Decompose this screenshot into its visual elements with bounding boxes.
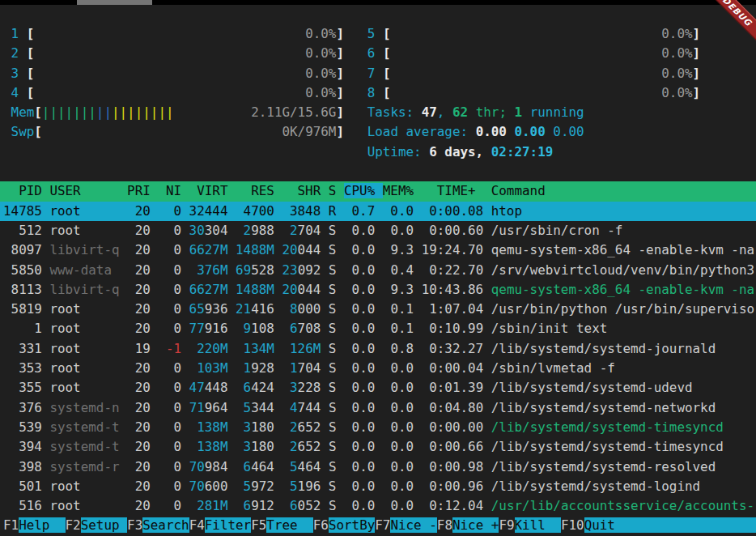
cpu3-value: 0.0% [34,66,336,81]
quit-button[interactable]: Quit [584,517,756,533]
tasks-label: Tasks: [367,104,422,120]
mem-cache-bars: |||||||| [112,104,174,120]
swap-label: Swp [11,124,35,139]
help-button[interactable]: Help [19,517,65,533]
mem-label: Mem [11,104,35,120]
cpu7-value: 0.0% [390,66,692,81]
cpu4-value: 0.0% [34,85,336,100]
process-row-516[interactable]: 516 root 20 0 281M 6912 6052 S 0.0 0.0 0… [0,496,756,516]
uptime-days: 6 days, [429,144,491,160]
process-row-5850[interactable]: 5850 www-data 20 0 376M 69528 23092 S 0.… [0,261,756,280]
filter-button[interactable]: Filter [205,517,251,533]
uptime-label: Uptime: [367,144,430,160]
cpu-meters-1-5: 1 [ 0.0%] 5 [ 0.0%] [0,24,756,44]
f6-key[interactable]: F6 [313,517,329,533]
process-row-selected-14785[interactable]: 14785 root 20 0 32444 4700 3848 R 0.7 0.… [0,202,756,221]
cpu5-label: 5 [367,26,376,41]
column-headers-left[interactable]: PID USER PRI NI VIRT RES SHR S [3,183,344,198]
terminal: 1 [ 0.0%] 5 [ 0.0%] 2 [ 0.0%] 6 [ 0.0%] … [0,0,756,536]
f4-key[interactable]: F4 [189,517,205,533]
f2-key[interactable]: F2 [66,517,81,533]
process-row-376[interactable]: 376 systemd-n 20 0 71964 5344 4744 S 0.0… [0,398,756,418]
cpu-meters-2-6: 2 [ 0.0%] 6 [ 0.0%] [0,44,756,63]
mem-value: 2.11G/15.6G [174,104,337,120]
process-row-353[interactable]: 353 root 20 0 103M 1928 1704 S 0.0 0.0 0… [0,359,756,378]
process-row-512[interactable]: 512 root 20 0 30304 2988 2704 S 0.0 0.0 … [0,221,756,240]
f7-key[interactable]: F7 [375,517,390,533]
sortby-button[interactable]: SortBy [329,517,375,533]
f3-key[interactable]: F3 [127,517,142,533]
cpu2-label: 2 [11,45,19,61]
uptime-time: 02:27:19 [491,144,554,160]
cpu-meters-4-8: 4 [ 0.0%] 8 [ 0.0%] [0,83,756,103]
f8-key[interactable]: F8 [437,517,452,533]
process-row-5819[interactable]: 5819 root 20 0 65936 21416 8000 S 0.0 0.… [0,300,756,319]
process-row-394[interactable]: 394 systemd-t 20 0 138M 3180 2652 S 0.0 … [0,437,756,457]
cpu6-label: 6 [367,45,376,61]
uptime-line: Uptime: 6 days, 02:27:19 [0,143,756,162]
mem-meter-and-tasks: Mem[||||||||||||||||| 2.11G/15.6G] Tasks… [0,103,756,122]
nice-minus-button[interactable]: Nice - [390,517,436,533]
threads-count: 62 [452,104,468,120]
selected-row-text: 14785 root 20 0 32444 4700 3848 R 0.7 0.… [3,203,522,219]
kill-button[interactable]: Kill [515,517,561,533]
load-label: Load average: [367,124,476,139]
process-row-1[interactable]: 1 root 20 0 77916 9108 6708 S 0.0 0.1 0:… [0,319,756,338]
process-row-398[interactable]: 398 systemd-r 20 0 70984 6464 5464 S 0.0… [0,457,756,477]
running-count: 1 [515,104,523,120]
cpu6-value: 0.0% [390,45,692,61]
cpu8-label: 8 [367,85,376,100]
table-header: PID USER PRI NI VIRT RES SHR S CPU% MEM%… [0,181,756,201]
cpu4-label: 4 [11,85,19,100]
column-header-cpu-sort[interactable]: CPU% [344,183,383,198]
process-row-355[interactable]: 355 root 20 0 47448 6424 3228 S 0.0 0.0 … [0,378,756,398]
spacer-line [0,162,756,181]
load-5min: 0.00 [514,124,553,139]
load-1min: 0.00 [476,124,515,139]
cpu1-label: 1 [11,26,19,41]
cpu8-value: 0.0% [390,85,692,100]
mem-buffer-bars: || [96,104,112,120]
cpu3-label: 3 [11,66,19,81]
swap-meter-and-load: Swp[ 0K/976M] Load average: 0.00 0.00 0.… [0,122,756,142]
tasks-count: 47 [422,104,437,120]
process-row-8113[interactable]: 8113 libvirt-q 20 0 6627M 1488M 20044 S … [0,280,756,300]
f10-key[interactable]: F10 [561,517,584,533]
cpu7-label: 7 [367,66,376,81]
f1-key[interactable]: F1 [3,517,19,533]
f9-key[interactable]: F9 [499,517,514,533]
mem-used-bars: ||||||| [42,104,96,120]
cpu5-value: 0.0% [390,26,692,41]
function-key-bar: F1Help F2Setup F3SearchF4FilterF5Tree F6… [0,516,756,535]
f5-key[interactable]: F5 [251,517,266,533]
swap-value: 0K/976M [42,124,337,139]
process-row-8097[interactable]: 8097 libvirt-q 20 0 6627M 1488M 20044 S … [0,240,756,260]
load-15min: 0.00 [553,124,584,139]
setup-button[interactable]: Setup [81,517,127,533]
process-row-539[interactable]: 539 systemd-t 20 0 138M 3180 2652 S 0.0 … [0,418,756,437]
process-row-501[interactable]: 501 root 20 0 70600 5972 5196 S 0.0 0.0 … [0,477,756,496]
terminal-window: 1 [ 0.0%] 5 [ 0.0%] 2 [ 0.0%] 6 [ 0.0%] … [0,0,756,536]
nice-plus-button[interactable]: Nice + [452,517,499,533]
search-button[interactable]: Search [142,517,189,533]
column-headers-right[interactable]: MEM% TIME+ Command [383,183,546,198]
process-row-331[interactable]: 331 root 19 -1 220M 134M 126M S 0.0 0.8 … [0,339,756,359]
cpu2-value: 0.0% [34,45,336,61]
cpu-meters-3-7: 3 [ 0.0%] 7 [ 0.0%] [0,64,756,83]
cpu1-value: 0.0% [34,26,336,41]
tree-button[interactable]: Tree [266,517,312,533]
